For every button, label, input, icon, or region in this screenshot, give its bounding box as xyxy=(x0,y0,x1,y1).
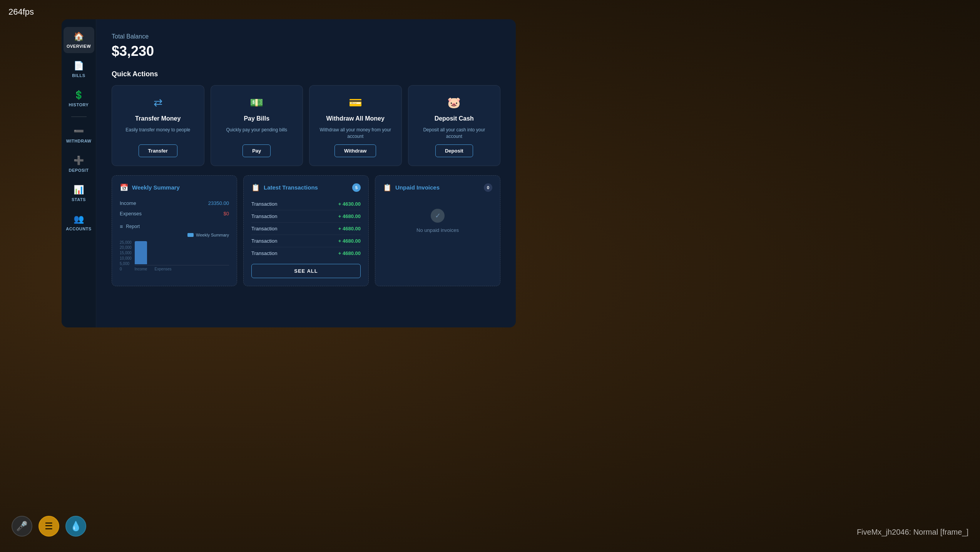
chart-xlabels: Income Expenses xyxy=(135,267,229,271)
latest-transactions-panel: 📋 Latest Transactions 5 Transaction + 46… xyxy=(243,175,369,286)
transactions-icon: 📋 xyxy=(251,183,260,192)
sidebar-item-deposit[interactable]: ➕ DEPOSIT xyxy=(64,151,94,177)
transactions-title: Latest Transactions xyxy=(264,184,348,191)
total-balance-value: $3,230 xyxy=(112,43,500,59)
sidebar-label-overview: OVERVIEW xyxy=(67,44,91,49)
sidebar-item-bills[interactable]: 📄 BILLS xyxy=(64,56,94,82)
table-row: Transaction + 4630.00 xyxy=(251,198,361,210)
transaction-amount-4: + 4680.00 xyxy=(338,238,361,244)
y-label-3: 15,000 xyxy=(120,251,132,255)
income-label: Income xyxy=(120,200,136,206)
fps-counter: 264fps xyxy=(8,7,34,17)
weekly-chart: Weekly Summary 25,000 20,000 15,000 10,0… xyxy=(120,233,229,271)
bottom-right-label: FiveMx_jh2046: Normal [frame_] xyxy=(857,528,968,537)
legend-color xyxy=(187,233,194,237)
income-bar xyxy=(135,241,147,264)
transaction-amount-1: + 4630.00 xyxy=(338,201,361,207)
accounts-icon: 👥 xyxy=(74,214,84,224)
transfer-button[interactable]: Transfer xyxy=(139,144,177,157)
bottom-panels: 📅 Weekly Summary Income 23350.00 Expense… xyxy=(112,175,500,286)
banking-ui: 🏠 OVERVIEW 📄 BILLS 💲 HISTORY ➖ WITHDRAW … xyxy=(62,19,516,327)
report-icon: ≡ xyxy=(120,223,123,230)
menu-icon[interactable]: ☰ xyxy=(38,516,59,537)
table-row: Transaction + 4680.00 xyxy=(251,210,361,223)
transaction-amount-2: + 4680.00 xyxy=(338,213,361,219)
weekly-summary-panel: 📅 Weekly Summary Income 23350.00 Expense… xyxy=(112,175,237,286)
y-label-2: 20,000 xyxy=(120,245,132,250)
transfer-desc: Easily transfer money to people xyxy=(125,127,190,140)
bills-title: Pay Bills xyxy=(244,115,269,122)
total-balance-label: Total Balance xyxy=(112,33,500,40)
bills-desc: Quickly pay your pending bills xyxy=(226,127,287,140)
deposit-card[interactable]: 🐷 Deposit Cash Deposit all your cash int… xyxy=(408,85,501,166)
transaction-name-3: Transaction xyxy=(251,226,277,232)
y-label-5: 5,000 xyxy=(120,262,132,266)
transfer-icon: ⇄ xyxy=(154,96,162,109)
invoices-badge: 0 xyxy=(484,183,492,192)
weekly-summary-header: 📅 Weekly Summary xyxy=(120,183,229,192)
weekly-summary-title: Weekly Summary xyxy=(132,184,229,191)
sidebar-divider xyxy=(71,116,87,117)
see-all-button[interactable]: SEE ALL xyxy=(251,264,361,278)
transactions-badge: 5 xyxy=(352,183,361,192)
withdraw-card-icon: 💳 xyxy=(349,96,362,109)
y-label-4: 10,000 xyxy=(120,256,132,260)
x-label-income: Income xyxy=(135,267,147,271)
transfer-money-card[interactable]: ⇄ Transfer Money Easily transfer money t… xyxy=(112,85,204,166)
expenses-value: $0 xyxy=(224,211,229,216)
sidebar-label-accounts: ACCOUNTS xyxy=(66,227,91,231)
chart-bars xyxy=(135,240,229,265)
unpaid-invoices-panel: 📋 Unpaid Invoices 0 ✓ No unpaid invoices xyxy=(375,175,500,286)
hud-icons-container: 🎤 ☰ 💧 xyxy=(12,516,86,537)
sidebar-item-accounts[interactable]: 👥 ACCOUNTS xyxy=(64,210,94,236)
table-row: Transaction + 4680.00 xyxy=(251,247,361,259)
y-label-6: 0 xyxy=(120,267,132,271)
withdraw-card[interactable]: 💳 Withdraw All Money Withdraw all your m… xyxy=(309,85,402,166)
main-content: Total Balance $3,230 Quick Actions ⇄ Tra… xyxy=(96,19,516,327)
withdraw-title: Withdraw All Money xyxy=(326,115,385,122)
legend-label: Weekly Summary xyxy=(196,233,229,237)
deposit-title: Deposit Cash xyxy=(435,115,474,122)
table-row: Transaction + 4680.00 xyxy=(251,223,361,235)
income-value: 23350.00 xyxy=(208,200,229,206)
transaction-amount-5: + 4680.00 xyxy=(338,250,361,256)
history-icon: 💲 xyxy=(74,90,84,100)
transaction-name-5: Transaction xyxy=(251,250,277,256)
chart-area: 25,000 20,000 15,000 10,000 5,000 0 xyxy=(120,240,229,271)
sidebar: 🏠 OVERVIEW 📄 BILLS 💲 HISTORY ➖ WITHDRAW … xyxy=(62,19,96,327)
transactions-header: 📋 Latest Transactions 5 xyxy=(251,183,361,192)
sidebar-item-overview[interactable]: 🏠 OVERVIEW xyxy=(64,27,94,53)
withdraw-button[interactable]: Withdraw xyxy=(334,144,376,157)
transaction-name-4: Transaction xyxy=(251,238,277,244)
invoices-header: 📋 Unpaid Invoices 0 xyxy=(383,183,492,192)
water-icon[interactable]: 💧 xyxy=(65,516,86,537)
sidebar-label-withdraw: WITHDRAW xyxy=(66,139,92,143)
sidebar-item-withdraw[interactable]: ➖ WITHDRAW xyxy=(64,122,94,148)
deposit-desc: Deposit all your cash into your account xyxy=(416,127,493,140)
bills-icon: 📄 xyxy=(74,61,84,71)
pay-button[interactable]: Pay xyxy=(242,144,271,157)
transaction-name-1: Transaction xyxy=(251,201,277,207)
sidebar-item-history[interactable]: 💲 HISTORY xyxy=(64,86,94,112)
expenses-row: Expenses $0 xyxy=(120,208,229,219)
transaction-amount-3: + 4680.00 xyxy=(338,226,361,232)
sidebar-label-stats: STATS xyxy=(72,197,86,202)
report-text: Report xyxy=(126,224,140,229)
bills-card-icon: 💵 xyxy=(250,96,263,109)
withdraw-icon: ➖ xyxy=(74,126,84,136)
sidebar-item-stats[interactable]: 📊 STATS xyxy=(64,180,94,206)
deposit-icon: ➕ xyxy=(74,156,84,166)
no-invoices-text: No unpaid invoices xyxy=(416,227,459,233)
deposit-button[interactable]: Deposit xyxy=(435,144,473,157)
mic-icon[interactable]: 🎤 xyxy=(12,516,32,537)
transaction-name-2: Transaction xyxy=(251,213,277,219)
pay-bills-card[interactable]: 💵 Pay Bills Quickly pay your pending bil… xyxy=(211,85,303,166)
withdraw-desc: Withdraw all your money from your accoun… xyxy=(317,127,394,140)
no-invoices-container: ✓ No unpaid invoices xyxy=(383,198,492,244)
expenses-label: Expenses xyxy=(120,211,142,216)
overview-icon: 🏠 xyxy=(74,32,84,42)
chart-bars-area: Income Expenses xyxy=(135,240,229,271)
chart-legend: Weekly Summary xyxy=(120,233,229,237)
checkmark-icon: ✓ xyxy=(431,209,445,223)
sidebar-label-deposit: DEPOSIT xyxy=(69,168,89,173)
